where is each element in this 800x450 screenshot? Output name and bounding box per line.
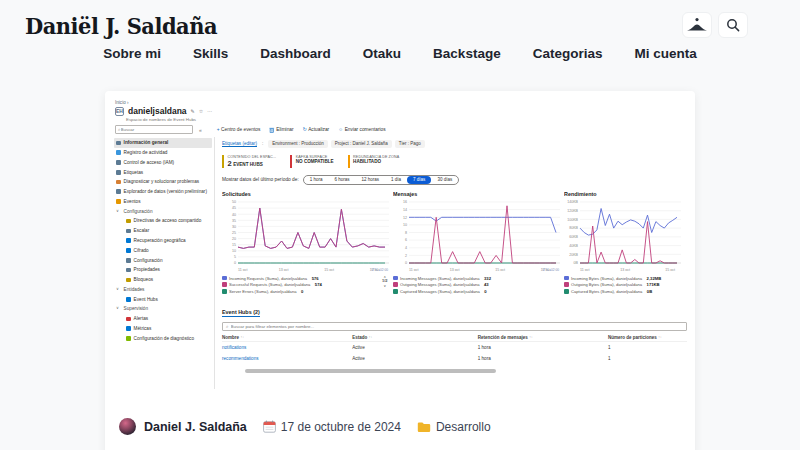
nav-item-dashboard[interactable]: Dashboard bbox=[260, 46, 331, 61]
legend-item[interactable]: Server Errors (Suma), danieljsaldana0 bbox=[222, 289, 390, 294]
sidebar-item-registro-de-actividad[interactable]: Registro de actividad bbox=[114, 148, 212, 158]
legend-value: 332 bbox=[484, 276, 491, 281]
sidebar-item-metricas[interactable]: Métricas bbox=[114, 324, 212, 334]
time-range-option-30-dias[interactable]: 30 días bbox=[431, 176, 458, 184]
legend-item[interactable]: Incoming Bytes (Suma), danieljsaldana2,3… bbox=[564, 276, 682, 281]
table-header-row: Nombre↑↓Estado↑↓Retención de mensajes↑↓N… bbox=[222, 335, 687, 343]
time-range-option-7-dias[interactable]: 7 días bbox=[407, 176, 431, 184]
diagnostic-settings-icon bbox=[126, 336, 131, 341]
nav-item-mi-cuenta[interactable]: Mi cuenta bbox=[634, 46, 696, 61]
events-icon bbox=[116, 199, 121, 204]
event-hub-link[interactable]: notifications bbox=[222, 345, 352, 350]
legend-swatch bbox=[393, 282, 398, 287]
sidebar-item-label: Cifrado bbox=[134, 248, 149, 253]
charts-pager: ∧1/2∨ bbox=[382, 275, 388, 288]
sidebar-item-directivas-de-acceso-compartido[interactable]: Directivas de acceso compartido bbox=[114, 216, 212, 226]
theme-toggle-button[interactable] bbox=[682, 12, 712, 38]
legend-item[interactable]: Captured Bytes (Suma), danieljsaldana0B bbox=[564, 289, 682, 294]
essentials-badges: CONTENIDO DEL ESPAC...2EVENT HUBSKAFKA S… bbox=[222, 155, 687, 168]
nav-item-otaku[interactable]: Otaku bbox=[363, 46, 401, 61]
column-header-retencion-de-mensajes[interactable]: Retención de mensajes↑↓ bbox=[478, 335, 608, 340]
feedback-icon: ☺ bbox=[338, 127, 343, 132]
post-author[interactable]: Daniel J. Saldaña bbox=[144, 420, 247, 434]
sidebar-item-propiedades[interactable]: Propiedades bbox=[114, 265, 212, 275]
search-button[interactable] bbox=[718, 12, 748, 38]
toolbar-actualizar[interactable]: ↻Actualizar bbox=[303, 127, 330, 132]
refresh-icon: ↻ bbox=[303, 127, 307, 132]
event-hubs-section: Event Hubs (2) ⌕ Nombre↑↓Estado↑↓Retenci… bbox=[222, 300, 687, 373]
table-filter-input[interactable] bbox=[231, 324, 683, 329]
edit-icon[interactable]: ✎ bbox=[191, 108, 195, 114]
legend-item[interactable]: Incoming Requests (Suma), danieljsaldana… bbox=[222, 276, 390, 281]
event-hubs-table-title[interactable]: Event Hubs (2) bbox=[222, 309, 260, 317]
breadcrumb-home-link[interactable]: Inicio bbox=[115, 100, 126, 105]
tag-pill[interactable]: Project : Daniel J. Saldaña bbox=[331, 140, 392, 148]
sidebar-item-escalar[interactable]: Escalar bbox=[114, 226, 212, 236]
time-range-option-6-horas[interactable]: 6 horas bbox=[329, 176, 356, 184]
event-hubs-icon bbox=[126, 297, 131, 302]
svg-text:12: 12 bbox=[403, 216, 407, 220]
tag-pill[interactable]: Tier : Pago bbox=[395, 140, 425, 148]
sidebar-item-alertas[interactable]: Alertas bbox=[114, 314, 212, 324]
time-range-option-1-dia[interactable]: 1 día bbox=[385, 176, 407, 184]
sidebar-item-bloqueos[interactable]: Bloqueos bbox=[114, 275, 212, 285]
sidebar-item-configuracion[interactable]: ∨Configuración bbox=[114, 206, 212, 216]
toolbar-enviar-comentarios[interactable]: ☺Enviar comentarios bbox=[338, 127, 385, 132]
legend-item[interactable]: Outgoing Bytes (Suma), danieljsaldana171… bbox=[564, 282, 682, 287]
legend-item[interactable]: Successful Requests (Suma), danieljsalda… bbox=[222, 282, 390, 287]
toolbar-eliminar[interactable]: Eliminar bbox=[269, 127, 293, 133]
column-label: Estado bbox=[352, 335, 367, 340]
badge-text: HABILITADO bbox=[353, 159, 381, 164]
mountain-icon bbox=[686, 17, 708, 33]
collapse-menu-icon[interactable]: « bbox=[199, 127, 202, 133]
chevron-down-icon[interactable]: ∨ bbox=[383, 284, 386, 288]
nav-item-backstage[interactable]: Backstage bbox=[433, 46, 501, 61]
sidebar-item-cifrado[interactable]: Cifrado bbox=[114, 246, 212, 256]
post-category[interactable]: Desarrollo bbox=[436, 420, 491, 434]
time-range-row: Mostrar datos del último período de: 1 h… bbox=[222, 175, 687, 185]
svg-text:120KB: 120KB bbox=[567, 209, 578, 213]
nav-item-skills[interactable]: Skills bbox=[193, 46, 228, 61]
resource-menu-search[interactable]: ⌕ bbox=[115, 125, 193, 134]
edit-tags-link[interactable]: Etiquetas (editar) bbox=[222, 141, 257, 146]
nav-item-sobre-mi[interactable]: Sobre mi bbox=[103, 46, 161, 61]
main-content: Inicio › EH danieljsaldana ✎ ☆ ⋯ Espacio… bbox=[0, 91, 800, 450]
sidebar-item-diagnosticar-y-solucionar-problemas[interactable]: Diagnosticar y solucionar problemas bbox=[114, 177, 212, 187]
tag-pill[interactable]: Environment : Producción bbox=[268, 140, 328, 148]
toolbar-centro-de-eventos[interactable]: +Centro de eventos bbox=[217, 127, 261, 132]
favorite-star-icon[interactable]: ☆ bbox=[199, 108, 203, 114]
event-hub-link[interactable]: recommendations bbox=[222, 356, 352, 361]
sidebar-item-configuracion-de-diagnostico[interactable]: Configuración de diagnóstico bbox=[114, 334, 212, 344]
nav-item-categorias[interactable]: Categorias bbox=[533, 46, 603, 61]
site-logo[interactable]: Daniël J. Saldaña bbox=[25, 12, 217, 40]
legend-item[interactable]: Incoming Messages (Suma), danieljsaldana… bbox=[393, 276, 561, 281]
more-options-icon[interactable]: ⋯ bbox=[207, 108, 212, 114]
time-range-option-12-horas[interactable]: 12 horas bbox=[356, 176, 386, 184]
sidebar-item-eventos[interactable]: Eventos bbox=[114, 197, 212, 207]
table-cell: 1 hora bbox=[478, 356, 608, 361]
sidebar-item-etiquetas[interactable]: Etiquetas bbox=[114, 167, 212, 177]
legend-item[interactable]: Outgoing Messages (Suma), danieljsaldana… bbox=[393, 282, 561, 287]
time-range-option-1-hora[interactable]: 1 hora bbox=[304, 176, 329, 184]
sidebar-item-configuracion[interactable]: Configuración bbox=[114, 255, 212, 265]
horizontal-scrollbar[interactable] bbox=[245, 369, 496, 373]
sidebar-item-control-de-acceso-iam[interactable]: Control de acceso (IAM) bbox=[114, 158, 212, 168]
toolbar-label: Eliminar bbox=[276, 127, 293, 132]
sidebar-item-informacion-general[interactable]: Información general bbox=[114, 138, 212, 148]
sidebar-item-entidades[interactable]: ∨Entidades bbox=[114, 285, 212, 295]
table-filter-search[interactable]: ⌕ bbox=[222, 322, 687, 331]
column-header-estado[interactable]: Estado↑↓ bbox=[352, 335, 478, 340]
sidebar-item-supervision[interactable]: ∨Supervisión bbox=[114, 304, 212, 314]
sidebar-item-event-hubs[interactable]: Event Hubs bbox=[114, 295, 212, 305]
svg-text:35: 35 bbox=[232, 219, 236, 223]
column-header-numero-de-particiones[interactable]: Número de particiones↑↓ bbox=[608, 335, 687, 340]
column-header-nombre[interactable]: Nombre↑↓ bbox=[222, 335, 352, 340]
sidebar-item-recuperacion-geografica[interactable]: Recuperación geográfica bbox=[114, 236, 212, 246]
sort-icon: ↑↓ bbox=[241, 335, 244, 339]
legend-item[interactable]: Captured Messages (Suma), danieljsaldana… bbox=[393, 289, 561, 294]
command-bar: +Centro de eventosEliminar↻Actualizar☺En… bbox=[217, 127, 386, 133]
resource-menu-search-input[interactable] bbox=[121, 127, 190, 132]
sidebar-item-explorador-de-datos-version-preliminar[interactable]: Explorador de datos (versión preliminar) bbox=[114, 187, 212, 197]
table-cell: 1 hora bbox=[478, 345, 608, 350]
tags-row: Etiquetas (editar) : Environment : Produ… bbox=[222, 140, 687, 148]
